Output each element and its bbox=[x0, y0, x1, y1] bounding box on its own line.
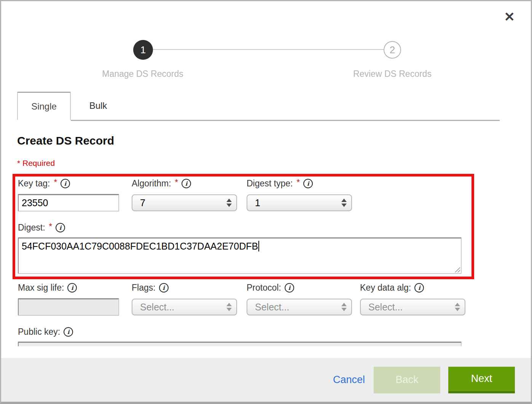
flags-select-value: Select... bbox=[140, 302, 226, 313]
info-icon[interactable]: i bbox=[285, 283, 294, 293]
tab-bulk[interactable]: Bulk bbox=[72, 92, 125, 120]
field-digest-type: Digest type: * i 1 bbox=[247, 178, 352, 211]
select-arrows-icon bbox=[455, 303, 460, 311]
field-key-tag: Key tag: * i bbox=[18, 178, 119, 212]
step-2-number: 2 bbox=[390, 44, 395, 56]
cancel-button[interactable]: Cancel bbox=[333, 374, 365, 386]
info-icon[interactable]: i bbox=[61, 179, 70, 188]
digest-type-label-text: Digest type: bbox=[247, 178, 293, 189]
back-button[interactable]: Back bbox=[374, 367, 440, 393]
field-flags: Flags: i Select... bbox=[132, 283, 237, 315]
info-icon[interactable]: i bbox=[303, 179, 313, 188]
digest-value: 54FCF030AA1C79C0088FDEC1BD1C37DAA2E70DFB bbox=[22, 241, 258, 251]
info-icon[interactable]: i bbox=[414, 283, 424, 293]
key-data-alg-label-text: Key data alg: bbox=[360, 283, 411, 293]
info-icon[interactable]: i bbox=[182, 179, 191, 188]
digest-label: Digest: * i bbox=[18, 223, 462, 233]
digest-textarea[interactable]: 54FCF030AA1C79C0088FDEC1BD1C37DAA2E70DFB bbox=[18, 237, 462, 274]
key-data-alg-label: Key data alg: i bbox=[360, 283, 465, 293]
modal-footer: Cancel Back Next bbox=[1, 358, 531, 402]
protocol-select-value: Select... bbox=[255, 302, 341, 313]
field-max-sig-life: Max sig life: i bbox=[18, 283, 119, 316]
key-tag-label-text: Key tag: bbox=[18, 178, 50, 189]
field-protocol: Protocol: i Select... bbox=[247, 283, 352, 315]
tab-single[interactable]: Single bbox=[17, 92, 71, 120]
key-tag-label: Key tag: * i bbox=[18, 178, 119, 189]
required-asterisk: * bbox=[49, 221, 53, 231]
algorithm-select[interactable]: 7 bbox=[132, 194, 237, 211]
flags-label: Flags: i bbox=[132, 283, 237, 293]
algorithm-label-text: Algorithm: bbox=[132, 178, 171, 189]
step-1-number: 1 bbox=[140, 44, 146, 56]
text-caret bbox=[258, 241, 259, 251]
digest-type-label: Digest type: * i bbox=[247, 178, 352, 189]
tab-single-label: Single bbox=[31, 101, 57, 112]
public-key-label-text: Public key: bbox=[18, 327, 60, 337]
field-key-data-alg: Key data alg: i Select... bbox=[360, 283, 465, 315]
select-arrows-icon bbox=[226, 199, 232, 207]
flags-label-text: Flags: bbox=[132, 283, 156, 293]
digest-type-select-value: 1 bbox=[255, 197, 341, 208]
page-title: Create DS Record bbox=[17, 134, 114, 147]
close-icon[interactable]: ✕ bbox=[504, 10, 515, 23]
algorithm-label: Algorithm: * i bbox=[132, 178, 237, 189]
field-public-key: Public key: i bbox=[18, 327, 463, 346]
stepper-step-2: 2 bbox=[384, 41, 401, 59]
required-asterisk: * bbox=[296, 177, 300, 187]
stepper-step-1: 1 bbox=[133, 40, 153, 60]
public-key-textarea[interactable] bbox=[18, 342, 462, 346]
select-arrows-icon bbox=[226, 303, 232, 311]
field-digest: Digest: * i 54FCF030AA1C79C0088FDEC1BD1C… bbox=[18, 223, 462, 274]
create-ds-record-modal: ✕ 1 2 Manage DS Records Review DS Record… bbox=[0, 0, 532, 404]
key-tag-input[interactable] bbox=[18, 194, 119, 212]
required-asterisk: * bbox=[175, 177, 178, 187]
algorithm-select-value: 7 bbox=[140, 197, 226, 208]
required-note: * Required bbox=[17, 159, 55, 168]
digest-label-text: Digest: bbox=[18, 223, 45, 233]
max-sig-life-input[interactable] bbox=[18, 298, 119, 316]
select-arrows-icon bbox=[341, 303, 347, 311]
max-sig-life-label-text: Max sig life: bbox=[18, 283, 64, 293]
tab-bulk-label: Bulk bbox=[89, 100, 107, 111]
step-2-label: Review DS Records bbox=[335, 69, 449, 79]
public-key-label: Public key: i bbox=[18, 327, 463, 337]
required-asterisk: * bbox=[54, 177, 57, 187]
resize-grip-icon[interactable] bbox=[454, 266, 460, 272]
info-icon[interactable]: i bbox=[56, 223, 65, 232]
step-1-label: Manage DS Records bbox=[86, 69, 200, 79]
digest-type-select[interactable]: 1 bbox=[247, 194, 352, 211]
info-icon[interactable]: i bbox=[64, 327, 73, 337]
field-algorithm: Algorithm: * i 7 bbox=[132, 178, 237, 211]
key-data-alg-select[interactable]: Select... bbox=[360, 299, 465, 315]
info-icon[interactable]: i bbox=[67, 283, 77, 293]
next-button[interactable]: Next bbox=[448, 367, 515, 393]
select-arrows-icon bbox=[341, 199, 347, 207]
protocol-label: Protocol: i bbox=[247, 283, 352, 293]
protocol-select[interactable]: Select... bbox=[247, 299, 352, 315]
tab-bar-divider bbox=[71, 120, 500, 121]
info-icon[interactable]: i bbox=[159, 283, 169, 293]
key-data-alg-select-value: Select... bbox=[368, 302, 455, 313]
max-sig-life-label: Max sig life: i bbox=[18, 283, 119, 293]
protocol-label-text: Protocol: bbox=[247, 283, 281, 293]
stepper-connector-line bbox=[153, 49, 384, 50]
flags-select[interactable]: Select... bbox=[132, 299, 237, 315]
